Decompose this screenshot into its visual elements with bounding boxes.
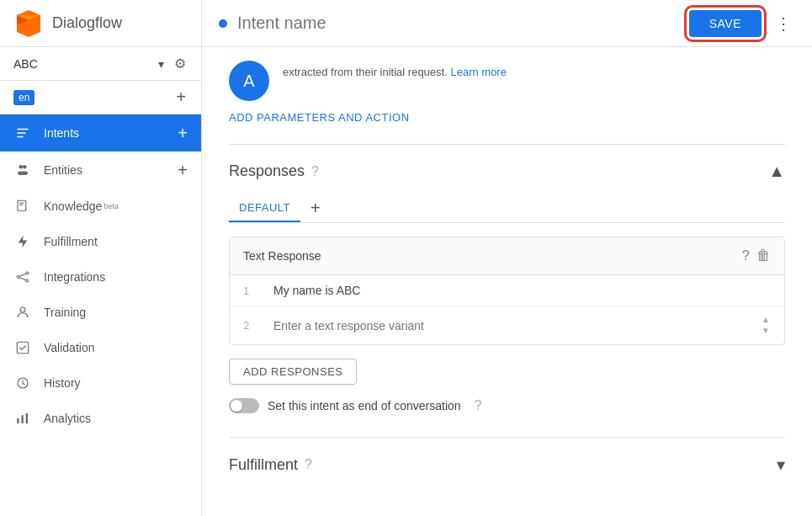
- svg-rect-22: [17, 418, 19, 423]
- end-conversation-help-icon[interactable]: ?: [475, 398, 482, 413]
- sidebar-item-training[interactable]: Training: [0, 295, 201, 330]
- sidebar-item-entities[interactable]: Entities +: [0, 152, 201, 189]
- svg-point-6: [19, 165, 24, 169]
- svg-point-19: [20, 307, 25, 312]
- sidebar-item-validation[interactable]: Validation: [0, 330, 201, 365]
- agent-settings-btn[interactable]: ⚙: [172, 54, 188, 73]
- stepper-down-button[interactable]: ▼: [761, 326, 771, 336]
- response-help-button[interactable]: ?: [742, 247, 750, 264]
- training-icon: [13, 305, 32, 320]
- toggle-knob: [231, 400, 242, 412]
- response-delete-button[interactable]: 🗑: [756, 247, 771, 264]
- fulfillment-title: Fulfillment ?: [229, 456, 312, 474]
- agent-controls: ▾ ⚙: [157, 54, 188, 73]
- sidebar-nav: Intents + Entities + Knowledgebeta Fulfi…: [0, 114, 201, 516]
- responses-title: Responses ?: [229, 162, 319, 180]
- add-tab-button[interactable]: +: [304, 197, 327, 220]
- entities-icon: [13, 162, 32, 178]
- sidebar-item-history[interactable]: History: [0, 365, 201, 401]
- sidebar-item-integrations[interactable]: Integrations: [0, 259, 201, 295]
- agent-dropdown-btn[interactable]: ▾: [157, 56, 166, 72]
- more-options-button[interactable]: ⋮: [772, 10, 795, 37]
- app-name: Dialogflow: [52, 14, 122, 32]
- end-conversation-row: Set this intent as end of conversation ?: [229, 398, 785, 413]
- learn-more-link[interactable]: Learn more: [450, 66, 506, 78]
- svg-rect-4: [17, 132, 26, 134]
- text-response-card: Text Response ? 🗑 1 My name is ABC 2: [229, 237, 785, 345]
- add-responses-button[interactable]: ADD RESPONSES: [229, 359, 357, 385]
- svg-point-9: [22, 172, 29, 176]
- responses-section: Responses ? ▲ DEFAULT + Text Response ? …: [202, 145, 812, 437]
- svg-line-17: [19, 274, 26, 276]
- responses-collapse-button[interactable]: ▲: [768, 162, 785, 181]
- response-row-1: 1 My name is ABC: [230, 275, 784, 306]
- add-parameters-action-button[interactable]: ADD PARAMETERS AND ACTION: [229, 108, 410, 127]
- sidebar-item-knowledge-label: Knowledge: [44, 199, 102, 213]
- sidebar-item-knowledge[interactable]: Knowledgebeta: [0, 189, 201, 224]
- main-header: SAVE ⋮: [202, 0, 812, 47]
- svg-point-16: [26, 279, 29, 282]
- fulfillment-expand-button[interactable]: ▾: [777, 455, 785, 475]
- intent-status-dot: [219, 19, 227, 28]
- svg-line-18: [19, 278, 26, 280]
- svg-rect-11: [19, 203, 24, 204]
- sidebar-item-fulfillment[interactable]: Fulfillment: [0, 224, 201, 259]
- svg-rect-3: [17, 129, 29, 130]
- sidebar-item-validation-label: Validation: [44, 341, 94, 354]
- sidebar-item-intents[interactable]: Intents +: [0, 114, 201, 152]
- svg-rect-5: [17, 136, 24, 138]
- response-card-title: Text Response: [243, 249, 321, 263]
- sidebar-item-analytics-label: Analytics: [44, 412, 91, 425]
- response-input-2[interactable]: [273, 319, 761, 332]
- add-language-btn[interactable]: +: [174, 86, 188, 109]
- sidebar-item-integrations-label: Integrations: [44, 270, 105, 284]
- svg-rect-12: [19, 205, 23, 205]
- context-info-row: A extracted from their initial request. …: [202, 47, 812, 108]
- intent-name-input[interactable]: [237, 13, 689, 33]
- stepper-up-button[interactable]: ▲: [761, 315, 771, 325]
- fulfillment-bolt-icon: [13, 234, 32, 249]
- fulfillment-help-icon[interactable]: ?: [305, 457, 312, 472]
- row-number-1: 1: [243, 285, 263, 297]
- language-row: en +: [0, 81, 201, 114]
- sidebar-item-entities-label: Entities: [44, 163, 82, 177]
- add-entity-btn[interactable]: +: [178, 162, 188, 178]
- avatar: A: [229, 61, 269, 101]
- end-conversation-toggle[interactable]: [229, 398, 259, 413]
- svg-rect-24: [26, 413, 28, 423]
- integrations-icon: [13, 269, 32, 285]
- svg-point-15: [26, 272, 29, 274]
- main-panel: SAVE ⋮ A extracted from their initial re…: [202, 0, 812, 516]
- responses-help-icon[interactable]: ?: [311, 164, 319, 179]
- main-content: A extracted from their initial request. …: [202, 47, 812, 516]
- response-text-1[interactable]: My name is ABC: [273, 284, 771, 297]
- response-row-2: 2 ▲ ▼: [230, 306, 784, 344]
- dialogflow-logo-icon: [13, 8, 44, 39]
- history-icon: [13, 375, 32, 391]
- svg-point-7: [23, 165, 27, 169]
- sidebar-header: Dialogflow: [0, 0, 201, 47]
- language-badge[interactable]: en: [13, 90, 34, 105]
- tab-default[interactable]: DEFAULT: [229, 194, 300, 222]
- knowledge-beta-label: beta: [103, 202, 119, 210]
- agent-row: ABC ▾ ⚙: [0, 47, 201, 81]
- responses-title-row: Responses ? ▲: [229, 162, 785, 181]
- row-stepper: ▲ ▼: [761, 315, 771, 336]
- context-description: extracted from their initial request. Le…: [283, 61, 507, 82]
- add-intent-btn[interactable]: +: [178, 125, 188, 141]
- agent-name: ABC: [13, 57, 157, 71]
- svg-point-14: [17, 276, 19, 279]
- sidebar-item-intents-label: Intents: [44, 126, 79, 140]
- save-button[interactable]: SAVE: [689, 10, 762, 37]
- svg-rect-20: [17, 342, 29, 354]
- sidebar-item-training-label: Training: [44, 306, 86, 319]
- card-actions: ? 🗑: [742, 247, 771, 264]
- sidebar-item-analytics[interactable]: Analytics: [0, 401, 201, 436]
- fulfillment-section: Fulfillment ? ▾: [202, 438, 812, 492]
- fulfillment-title-row: Fulfillment ? ▾: [229, 455, 785, 475]
- analytics-icon: [13, 411, 32, 426]
- response-card-header: Text Response ? 🗑: [230, 237, 784, 275]
- sidebar-item-fulfillment-label: Fulfillment: [44, 235, 98, 248]
- sidebar-item-history-label: History: [44, 376, 81, 390]
- intents-icon: [13, 125, 32, 141]
